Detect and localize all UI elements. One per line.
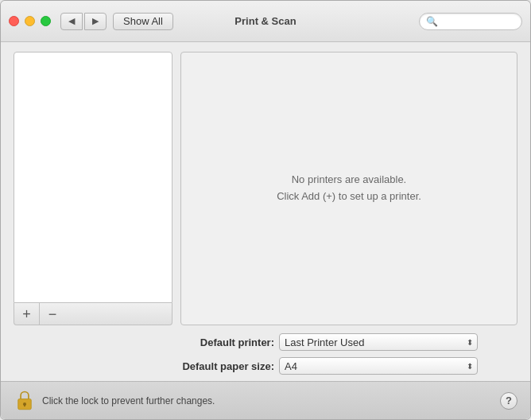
no-printers-message: No printers are available. Click Add (+)… <box>277 172 421 205</box>
search-icon: 🔍 <box>426 16 438 27</box>
list-toolbar: + − <box>14 303 172 325</box>
default-paper-label: Default paper size: <box>182 360 274 372</box>
right-panel: No printers are available. Click Add (+)… <box>180 52 517 325</box>
close-button[interactable] <box>9 16 19 26</box>
default-printer-select[interactable]: Last Printer Used Other Printer... <box>279 333 478 351</box>
window-controls <box>9 16 51 26</box>
default-printer-label: Default printer: <box>200 336 274 348</box>
no-printers-line1: No printers are available. <box>277 172 421 189</box>
title-bar: ◀ ▶ Show All Print & Scan 🔍 <box>1 1 530 42</box>
panels: + − No printers are available. Click Add… <box>14 52 517 325</box>
default-paper-select-wrapper: A4 Letter Legal A3 A5 <box>279 357 478 375</box>
forward-button[interactable]: ▶ <box>84 13 107 30</box>
window-title: Print & Scan <box>234 15 296 27</box>
left-panel: + − <box>14 52 172 325</box>
forward-icon: ▶ <box>92 16 99 26</box>
window: ◀ ▶ Show All Print & Scan 🔍 + − <box>0 0 531 420</box>
default-paper-select[interactable]: A4 Letter Legal A3 A5 <box>279 357 478 375</box>
main-content: + − No printers are available. Click Add… <box>1 42 530 381</box>
lock-icon[interactable] <box>14 390 36 412</box>
back-icon: ◀ <box>68 16 75 26</box>
lock-text: Click the lock to prevent further change… <box>42 395 215 406</box>
search-box: 🔍 <box>419 13 522 30</box>
show-all-button[interactable]: Show All <box>113 13 173 30</box>
search-input[interactable] <box>441 16 515 27</box>
settings-group: Default printer: Last Printer Used Other… <box>14 333 517 375</box>
minimize-button[interactable] <box>25 16 35 26</box>
no-printers-line2: Click Add (+) to set up a printer. <box>277 189 421 205</box>
help-button[interactable]: ? <box>500 392 517 410</box>
default-paper-row: Default paper size: A4 Letter Legal A3 A… <box>14 357 517 375</box>
nav-arrows: ◀ ▶ <box>60 13 107 30</box>
remove-printer-button[interactable]: − <box>40 303 65 325</box>
maximize-button[interactable] <box>41 16 51 26</box>
default-printer-row: Default printer: Last Printer Used Other… <box>14 333 517 351</box>
footer: Click the lock to prevent further change… <box>1 381 530 419</box>
add-printer-button[interactable]: + <box>14 303 40 325</box>
default-printer-select-wrapper: Last Printer Used Other Printer... <box>279 333 478 351</box>
svg-rect-2 <box>24 404 25 406</box>
back-button[interactable]: ◀ <box>60 13 83 30</box>
printer-list <box>14 52 172 303</box>
